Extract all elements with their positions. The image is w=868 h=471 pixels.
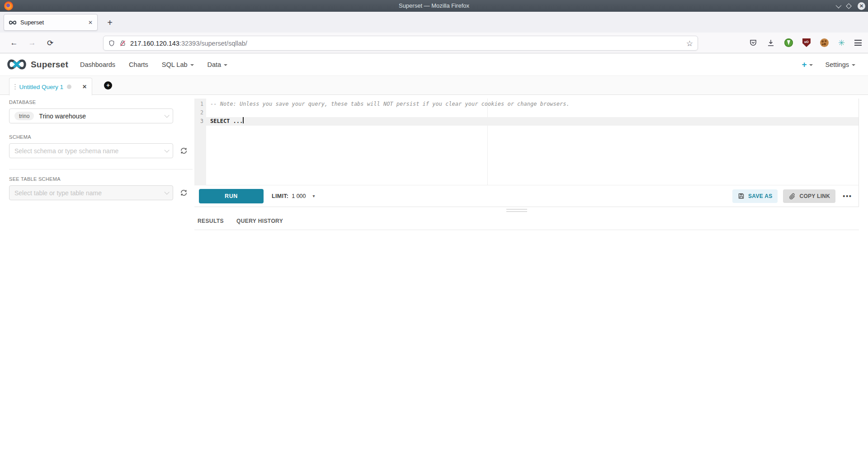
sql-editor[interactable]: 1 -- Note: Unless you save your query, t…	[194, 99, 859, 185]
url-path: :32393/superset/sqllab/	[179, 40, 247, 47]
chevron-down-icon	[164, 147, 169, 152]
query-state-dot	[67, 85, 71, 89]
table-placeholder: Select table or type table name	[14, 189, 102, 197]
new-tab-button[interactable]: +	[103, 16, 117, 29]
table-select[interactable]: Select table or type table name	[9, 185, 173, 200]
south-pane-divider	[194, 230, 859, 230]
refresh-table-button[interactable]	[179, 188, 188, 198]
nav-item-label: SQL Lab	[162, 61, 188, 68]
south-pane-tabs: RESULTS QUERY HISTORY	[198, 218, 283, 224]
editor-line: 2	[194, 108, 859, 117]
database-select[interactable]: trino Trino warehouse	[9, 108, 173, 123]
link-icon	[788, 193, 796, 200]
url-host: 217.160.120.143	[130, 40, 179, 47]
navbar-right: + Settings	[802, 60, 862, 69]
superset-logo-icon	[6, 59, 27, 70]
sql-code: SELECT ...	[206, 117, 243, 126]
privacy-badger-icon[interactable]	[784, 38, 793, 47]
line-number: 2	[194, 108, 206, 117]
url-bar[interactable]: 217.160.120.143:32393/superset/sqllab/ ☆	[103, 36, 698, 51]
database-label: DATABASE	[9, 99, 193, 105]
brand-name: Superset	[31, 60, 68, 70]
query-tab-strip: Untitled Query 1 ✕ +	[0, 76, 868, 95]
drag-handle-icon[interactable]	[14, 84, 16, 90]
save-icon	[738, 193, 745, 199]
browser-tab-strip: Superset ✕ +	[0, 12, 868, 33]
browser-extension-icons: uO ✳	[749, 33, 862, 53]
bookmark-star-icon[interactable]: ☆	[686, 39, 693, 48]
insecure-lock-icon[interactable]	[119, 40, 126, 47]
save-as-label: SAVE AS	[748, 193, 772, 199]
reload-button[interactable]: ⟳	[43, 36, 57, 50]
limit-dropdown[interactable]: LIMIT: 1 000 ▾	[272, 193, 315, 199]
schema-label: SCHEMA	[9, 134, 193, 140]
minimize-icon[interactable]	[836, 2, 842, 8]
nav-item-label: Dashboards	[80, 61, 115, 68]
schema-select[interactable]: Select schema or type schema name	[9, 143, 173, 158]
query-tab[interactable]: Untitled Query 1 ✕	[9, 78, 92, 95]
tab-query-history[interactable]: QUERY HISTORY	[236, 218, 283, 224]
maximize-icon[interactable]	[846, 3, 852, 9]
refresh-schema-button[interactable]	[179, 146, 188, 155]
schema-section: SCHEMA Select schema or type schema name	[9, 134, 193, 158]
text-cursor	[243, 117, 244, 123]
chevron-down-icon	[809, 64, 813, 66]
nav-item-charts[interactable]: Charts	[129, 61, 148, 68]
pocket-icon[interactable]	[749, 39, 757, 47]
superset-navbar: Superset Dashboards Charts SQL Lab Data …	[0, 53, 868, 76]
limit-value: 1 000	[292, 193, 306, 199]
run-button[interactable]: RUN	[199, 189, 264, 203]
nav-item-dashboards[interactable]: Dashboards	[80, 61, 115, 68]
editor-line: 1 -- Note: Unless you save your query, t…	[194, 100, 859, 108]
downloads-icon[interactable]	[767, 39, 775, 47]
query-tab-label: Untitled Query 1	[19, 84, 64, 90]
database-value: Trino warehouse	[39, 113, 86, 120]
copy-link-button[interactable]: COPY LINK	[783, 189, 835, 203]
chevron-down-icon	[852, 64, 855, 66]
superset-brand[interactable]: Superset	[6, 59, 68, 70]
add-query-tab-button[interactable]: +	[104, 81, 112, 89]
limit-label: LIMIT:	[272, 193, 288, 199]
forward-button: →	[25, 36, 39, 50]
editor-toolbar-right: SAVE AS COPY LINK •••	[732, 189, 854, 203]
editor-active-line: 3 SELECT ...	[194, 117, 859, 126]
sql-lab-main: DATABASE trino Trino warehouse SCHEMA Se…	[0, 95, 868, 471]
more-actions-button[interactable]: •••	[841, 193, 854, 200]
nav-item-sql-lab[interactable]: SQL Lab	[162, 61, 194, 68]
settings-label: Settings	[826, 61, 849, 68]
new-item-button[interactable]: +	[802, 60, 812, 69]
tab-results[interactable]: RESULTS	[198, 218, 224, 224]
query-tab-close-icon[interactable]: ✕	[82, 84, 87, 90]
sidebar-divider	[9, 169, 193, 170]
refresh-icon	[180, 189, 188, 197]
chevron-down-icon	[164, 189, 169, 194]
ublock-origin-icon[interactable]: uO	[802, 38, 811, 47]
nav-item-label: Data	[208, 61, 222, 68]
url-text[interactable]: 217.160.120.143:32393/superset/sqllab/	[130, 40, 682, 47]
nav-item-label: Charts	[129, 61, 148, 68]
pane-resize-handle[interactable]	[506, 209, 527, 212]
menu-hamburger-icon[interactable]	[854, 40, 862, 46]
browser-tab-title: Superset	[20, 19, 85, 26]
chevron-down-icon	[164, 113, 169, 118]
copy-link-label: COPY LINK	[799, 193, 830, 199]
chevron-down-icon	[224, 64, 227, 66]
schema-placeholder: Select schema or type schema name	[14, 147, 118, 155]
window-controls: ✕	[836, 0, 865, 12]
asterisk-extension-icon[interactable]: ✳	[838, 38, 845, 47]
refresh-icon	[180, 147, 188, 155]
shield-icon[interactable]	[108, 40, 115, 47]
sql-empty-line	[206, 108, 210, 117]
nav-item-data[interactable]: Data	[208, 61, 228, 68]
cookie-extension-icon[interactable]	[820, 38, 829, 47]
table-schema-section: SEE TABLE SCHEMA Select table or type ta…	[9, 176, 193, 200]
window-titlebar: Superset — Mozilla Firefox ✕	[0, 0, 868, 12]
close-window-icon[interactable]: ✕	[858, 2, 865, 10]
window-title: Superset — Mozilla Firefox	[0, 0, 868, 12]
save-as-button[interactable]: SAVE AS	[732, 189, 778, 203]
tab-close-icon[interactable]: ✕	[88, 19, 93, 26]
chevron-down-icon	[190, 64, 194, 66]
settings-menu[interactable]: Settings	[826, 61, 855, 68]
browser-tab[interactable]: Superset ✕	[4, 14, 98, 31]
back-button[interactable]: ←	[7, 36, 21, 50]
